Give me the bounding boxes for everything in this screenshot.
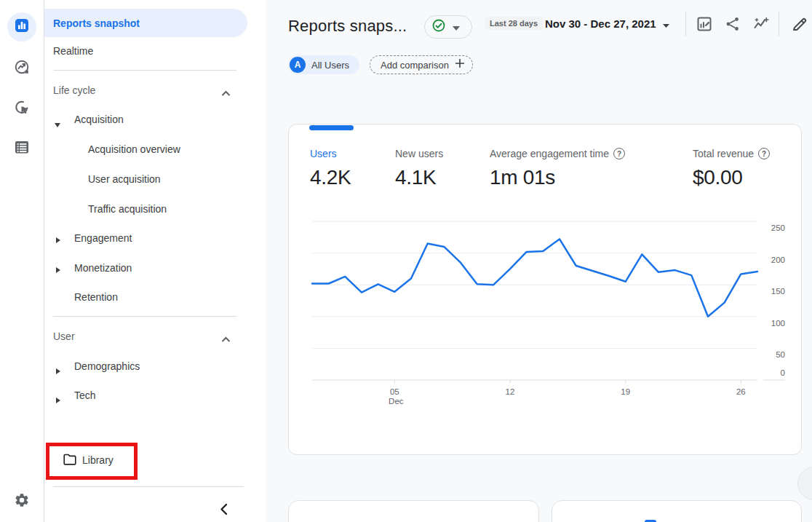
divider — [53, 316, 236, 317]
explore-icon[interactable] — [13, 58, 31, 76]
report-nav-sidebar: Reports snapshot Realtime Life cycle Acq… — [44, 0, 266, 522]
configure-icon[interactable] — [13, 138, 31, 156]
section-life-cycle: Life cycle — [53, 84, 95, 96]
floating-button-clipped[interactable] — [797, 467, 812, 500]
nav-rail — [0, 0, 44, 522]
sidebar-item-tech[interactable]: Tech — [74, 389, 96, 401]
all-users-label: All Users — [306, 60, 359, 71]
page-title: Reports snaps... — [288, 17, 407, 36]
sidebar-item-library[interactable]: Library — [82, 454, 114, 466]
svg-text:150: 150 — [771, 287, 785, 296]
all-users-avatar: A — [290, 57, 306, 73]
sidebar-item-label: Reports snapshot — [53, 17, 140, 29]
sidebar-item-engagement[interactable]: Engagement — [74, 232, 132, 244]
divider — [685, 12, 686, 36]
advertising-icon[interactable] — [13, 98, 31, 116]
plus-icon — [455, 58, 472, 71]
chevron-down-icon — [453, 20, 460, 33]
collapse-section-icon[interactable] — [221, 333, 231, 346]
section-user: User — [53, 331, 75, 342]
svg-text:0: 0 — [781, 368, 785, 377]
reports-icon — [13, 17, 31, 37]
sidebar-item-demographics[interactable]: Demographics — [74, 360, 140, 372]
svg-text:250: 250 — [771, 224, 785, 232]
sidebar-item-acquisition[interactable]: Acquisition — [74, 114, 124, 125]
comparison-chip-all-users[interactable]: A All Users — [288, 55, 359, 74]
collapsed-arrow-icon[interactable] — [56, 263, 60, 276]
check-circle-icon — [431, 18, 446, 36]
date-range-badge[interactable]: Last 28 days — [485, 17, 543, 30]
add-comparison-label: Add comparison — [370, 60, 455, 71]
svg-text:19: 19 — [621, 387, 630, 396]
sidebar-item-reports-snapshot[interactable]: Reports snapshot — [44, 9, 247, 37]
svg-text:26: 26 — [736, 387, 746, 396]
divider — [53, 70, 236, 71]
divider — [53, 486, 244, 487]
collapse-section-icon[interactable] — [221, 87, 231, 100]
edit-pencil-icon[interactable] — [791, 15, 808, 33]
bottom-left-card — [288, 500, 539, 522]
divider — [779, 12, 779, 36]
bottom-right-card — [552, 500, 802, 522]
folder-icon — [63, 453, 77, 469]
users-line-chart: 05010015020025005Dec121926 — [289, 124, 803, 456]
svg-text:50: 50 — [776, 350, 785, 359]
collapse-sidebar-icon[interactable] — [219, 503, 228, 518]
collapsed-arrow-icon[interactable] — [56, 393, 60, 406]
sidebar-item-acquisition-overview[interactable]: Acquisition overview — [88, 143, 180, 155]
collapsed-arrow-icon[interactable] — [56, 233, 60, 246]
chevron-down-icon — [663, 17, 669, 30]
sidebar-item-retention[interactable]: Retention — [74, 291, 118, 303]
svg-text:200: 200 — [771, 256, 785, 264]
sidebar-item-traffic-acquisition[interactable]: Traffic acquisition — [88, 203, 167, 215]
sidebar-item-user-acquisition[interactable]: User acquisition — [88, 173, 161, 185]
svg-text:05: 05 — [390, 387, 399, 396]
date-range-text: Nov 30 - Dec 27, 2021 — [545, 17, 656, 30]
add-comparison-button[interactable]: Add comparison — [370, 55, 473, 74]
svg-text:100: 100 — [771, 319, 785, 328]
admin-gear-icon[interactable] — [14, 492, 31, 510]
insights-icon[interactable] — [752, 15, 770, 33]
customize-report-icon[interactable] — [696, 15, 713, 33]
date-range-selector[interactable]: Nov 30 - Dec 27, 2021 — [545, 17, 669, 30]
reports-snapshot-overview-card: Users 4.2K New users 4.1K Average engage… — [288, 124, 802, 455]
share-icon[interactable] — [724, 15, 741, 33]
nav-reports-active[interactable] — [7, 12, 36, 41]
svg-text:Dec: Dec — [389, 397, 404, 406]
sidebar-item-monetization[interactable]: Monetization — [74, 262, 132, 274]
report-status-dropdown[interactable] — [424, 15, 472, 39]
sidebar-item-realtime[interactable]: Realtime — [53, 45, 93, 57]
expanded-arrow-icon[interactable] — [55, 117, 60, 130]
svg-text:12: 12 — [506, 387, 515, 396]
collapsed-arrow-icon[interactable] — [56, 364, 60, 377]
